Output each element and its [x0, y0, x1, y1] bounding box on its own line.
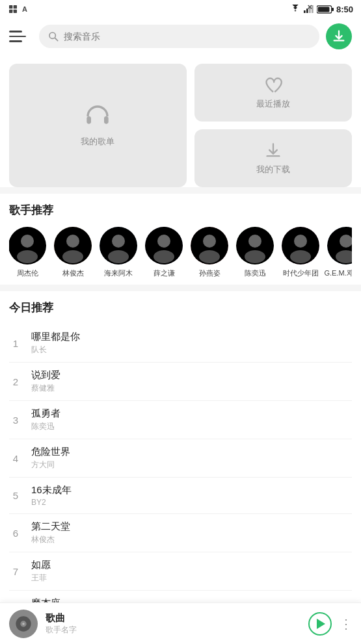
artist-photo: [191, 227, 228, 264]
song-info: 哪里都是你 队长: [31, 331, 352, 355]
recent-play-card[interactable]: 最近播放: [194, 64, 352, 122]
my-playlist-label: 我的歌单: [81, 136, 114, 148]
more-button[interactable]: ⋮: [340, 616, 352, 632]
svg-point-33: [248, 235, 261, 248]
svg-rect-5: [306, 8, 308, 13]
today-title: 今日推荐: [9, 300, 352, 315]
player-controls: ⋮: [308, 612, 352, 636]
artist-item[interactable]: 孙燕姿: [191, 227, 228, 278]
svg-rect-1: [14, 5, 17, 8]
artist-avatar: [191, 227, 228, 264]
svg-rect-15: [87, 116, 92, 124]
artist-avatar: [100, 227, 137, 264]
wifi-icon: [289, 5, 301, 14]
song-item[interactable]: 4 危险世界 方大同: [9, 439, 352, 478]
menu-line-1: [9, 31, 22, 32]
song-info: 孤勇者 陈奕迅: [31, 407, 352, 432]
song-info: 危险世界 方大同: [31, 446, 352, 470]
album-art-icon: [14, 615, 33, 633]
svg-point-22: [62, 250, 83, 263]
svg-point-13: [49, 32, 55, 38]
status-right: 8:50: [289, 5, 353, 14]
artist-item[interactable]: 薛之谦: [146, 227, 182, 278]
svg-point-30: [203, 235, 216, 248]
player-artist: 歌手名字: [46, 625, 301, 636]
artists-section: 歌手推荐 周杰伦 林俊杰: [0, 194, 361, 285]
menu-button[interactable]: [9, 25, 33, 48]
search-icon: [48, 31, 59, 42]
song-info: 如愿 王菲: [31, 559, 352, 584]
player-title: 歌曲: [46, 612, 301, 625]
svg-rect-0: [9, 5, 12, 8]
svg-point-36: [294, 235, 307, 248]
menu-line-3: [9, 40, 22, 42]
svg-point-37: [290, 250, 311, 263]
song-number: 3: [9, 415, 22, 426]
song-info: 说到爱 蔡健雅: [31, 369, 352, 394]
my-playlist-card[interactable]: 我的歌单: [9, 64, 187, 187]
search-bar[interactable]: [39, 25, 319, 48]
search-input[interactable]: [64, 31, 310, 42]
song-artist: BY2: [31, 498, 352, 507]
menu-line-2: [9, 36, 26, 38]
notification-icon: [8, 4, 18, 14]
artist-avatar: [9, 227, 46, 264]
svg-point-34: [245, 250, 265, 263]
my-download-label: 我的下载: [256, 164, 290, 175]
song-number: 5: [9, 490, 22, 501]
artist-name: 海来阿木: [104, 268, 133, 278]
artist-avatar: [145, 227, 183, 264]
play-button[interactable]: [308, 612, 332, 636]
artist-item[interactable]: 时代少年团: [282, 227, 319, 278]
song-number: 6: [9, 528, 22, 539]
svg-rect-7: [312, 5, 314, 13]
artist-photo: [54, 227, 92, 264]
song-artist: 蔡健雅: [31, 383, 352, 394]
battery-icon: [317, 5, 334, 14]
artist-item[interactable]: 陈奕迅: [237, 227, 273, 278]
artist-item[interactable]: 周杰伦: [9, 227, 46, 278]
heart-icon: [264, 76, 282, 94]
song-item[interactable]: 1 哪里都是你 队长: [9, 324, 352, 363]
artists-row: 周杰伦 林俊杰 海来阿木: [9, 227, 352, 278]
song-number: 1: [9, 338, 22, 349]
artist-avatar: [236, 227, 274, 264]
artist-avatar: [54, 227, 92, 264]
artist-name: G.E.M.邓紫棋: [324, 268, 352, 278]
artist-photo: [145, 227, 183, 264]
artist-name: 陈奕迅: [245, 268, 266, 278]
time-display: 8:50: [336, 5, 353, 14]
svg-point-31: [199, 250, 220, 263]
artist-item[interactable]: G.E.M.邓紫棋: [328, 227, 352, 278]
song-item[interactable]: 6 第二天堂 林俊杰: [9, 514, 352, 552]
download-outline-icon: [264, 142, 282, 160]
song-title: 哪里都是你: [31, 331, 352, 343]
artist-name: 林俊杰: [62, 268, 84, 278]
download-button[interactable]: [326, 23, 352, 49]
song-item[interactable]: 7 如愿 王菲: [9, 552, 352, 591]
artist-photo: [100, 227, 137, 264]
song-number: 7: [9, 566, 22, 577]
svg-point-28: [154, 250, 174, 263]
artist-avatar: [327, 227, 352, 264]
svg-point-18: [21, 235, 34, 248]
my-download-card[interactable]: 我的下载: [194, 129, 352, 187]
svg-rect-12: [318, 6, 330, 12]
song-artist: 方大同: [31, 459, 352, 470]
artist-photo: [236, 227, 274, 264]
song-title: 说到爱: [31, 369, 352, 381]
status-bar: A 8:50: [0, 0, 361, 18]
artist-item[interactable]: 海来阿木: [100, 227, 137, 278]
song-number: 4: [9, 453, 22, 464]
song-artist: 陈奕迅: [31, 421, 352, 432]
top-bar: [0, 18, 361, 55]
song-item[interactable]: 5 16未成年 BY2: [9, 478, 352, 514]
svg-line-14: [55, 38, 58, 41]
song-item[interactable]: 3 孤勇者 陈奕迅: [9, 401, 352, 439]
song-item[interactable]: 2 说到爱 蔡健雅: [9, 363, 352, 401]
svg-point-25: [108, 250, 129, 263]
song-info: 第二天堂 林俊杰: [31, 521, 352, 545]
svg-rect-16: [104, 116, 109, 124]
artist-photo: [9, 227, 46, 264]
artist-item[interactable]: 林俊杰: [55, 227, 91, 278]
